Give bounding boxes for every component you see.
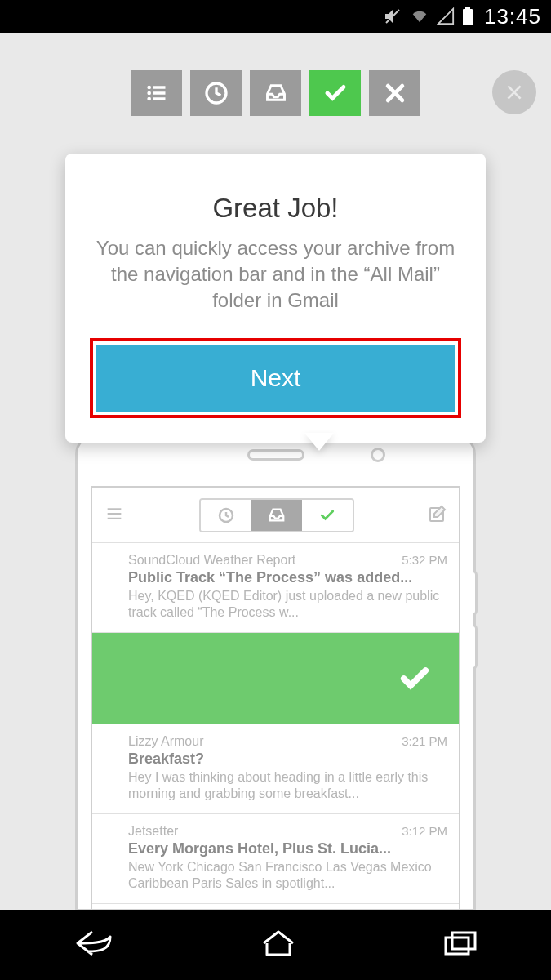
svg-point-9 [147,97,151,101]
svg-rect-20 [452,933,475,949]
card-title: Great Job! [90,193,461,224]
tab-list[interactable] [131,70,182,116]
tab-later[interactable] [190,70,242,116]
svg-rect-10 [153,97,165,100]
hamburger-icon [104,506,125,525]
svg-point-7 [147,91,151,96]
compose-icon [428,504,447,527]
clock-text: 13:45 [484,4,541,29]
tooltip-card: Great Job! You can quickly access your a… [65,154,486,443]
signal-icon [437,7,455,25]
back-button[interactable] [73,927,115,963]
svg-rect-2 [465,7,470,9]
list-item: Lizzy Armour 3:21 PM Breakfast? Hey I wa… [92,724,459,814]
tutorial-tabs [0,70,551,116]
svg-rect-1 [463,9,473,25]
wifi-icon [409,7,430,25]
tab-inbox[interactable] [250,70,301,116]
seg-inbox [251,500,302,531]
phone-side-button [473,624,478,670]
svg-rect-6 [153,86,165,89]
tab-archive[interactable] [309,70,361,116]
tooltip-pointer [304,433,334,451]
next-button[interactable]: Next [96,345,455,412]
email-sender: SoundCloud Weather Report [128,553,447,568]
list-item: Jetsetter 3:12 PM Every Morgans Hotel, P… [92,814,459,904]
svg-rect-8 [153,91,165,95]
recent-apps-button[interactable] [442,929,478,960]
email-list: SoundCloud Weather Report 5:32 PM Public… [92,543,459,911]
svg-rect-19 [446,938,469,954]
swipe-archive-row [92,633,459,724]
tab-delete[interactable] [369,70,420,116]
email-sender: Jetsetter [128,824,447,839]
phone-camera [371,448,385,462]
card-text: You can quickly access your archive from… [90,235,461,314]
phone-side-button [473,570,478,616]
battery-icon [461,7,474,26]
email-subject: Breakfast? [128,751,447,768]
svg-point-5 [147,86,151,90]
status-bar: 13:45 [0,0,551,33]
android-nav-bar [0,910,551,980]
email-sender: Lizzy Armour [128,734,447,749]
email-time: 5:32 PM [402,553,447,567]
list-item: SoundCloud Weather Report 5:32 PM Public… [92,543,459,633]
phone-toolbar [92,488,459,543]
email-subject: Public Track “The Process” was added... [128,569,447,586]
mute-icon [383,7,402,26]
phone-illustration: SoundCloud Weather Report 5:32 PM Public… [75,434,476,911]
phone-speaker [247,449,304,461]
email-preview: Hey, KQED (KQED Editor) just uploaded a … [128,588,447,621]
seg-archive [302,500,353,531]
email-preview: Hey I was thinking about heading in a li… [128,769,447,802]
email-subject: Every Morgans Hotel, Plus St. Lucia... [128,840,447,858]
next-button-highlight: Next [90,338,461,418]
home-button[interactable] [260,929,296,961]
email-preview: New York Chicago San Francisco Las Vegas… [128,859,447,892]
email-time: 3:12 PM [402,824,447,838]
phone-segmented-control [199,498,354,532]
email-time: 3:21 PM [402,734,447,748]
seg-later [201,500,251,531]
